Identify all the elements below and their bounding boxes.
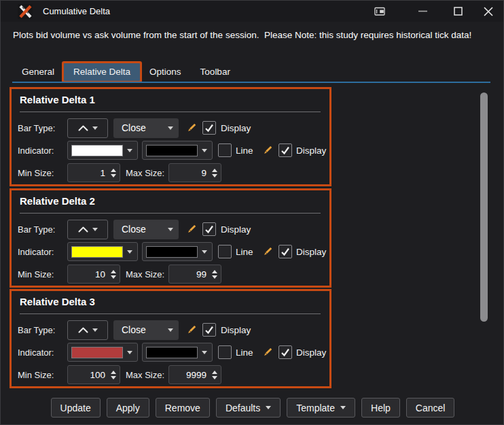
indicator-display-checkbox[interactable] [278,245,292,258]
spinner-arrows[interactable] [109,371,118,379]
spinner-arrows[interactable] [210,371,219,379]
min-size-label: Min Size: [18,168,67,178]
close-button[interactable] [478,1,499,22]
max-size-spinner [168,365,221,384]
bar-input-value: Close [122,224,146,235]
indicator-color-dropdown[interactable] [67,242,138,261]
bar-display-checkbox[interactable] [202,121,216,135]
min-size-label: Min Size: [18,370,67,380]
cancel-button[interactable]: Cancel [406,398,455,418]
indicator-color-dropdown[interactable] [67,343,138,362]
display-label: Display [296,146,326,156]
bar-style-dropdown[interactable] [67,320,108,340]
edit-pencil-icon[interactable] [262,347,273,358]
tab-relative-delta[interactable]: Relative Delta [64,63,140,81]
minimize-icon [418,10,427,12]
spinner-up-icon[interactable] [111,371,116,374]
minimize-button[interactable] [412,1,433,22]
indicator-label: Indicator: [18,146,67,156]
display-label: Display [296,347,326,358]
apply-button[interactable]: Apply [107,398,149,418]
bar-input-dropdown[interactable]: Close [113,220,179,239]
outline-color-dropdown[interactable] [142,242,213,261]
caret-shape-icon [78,125,88,131]
spinner-down-icon[interactable] [212,174,217,177]
edit-pencil-icon[interactable] [262,145,273,156]
spinner-arrows[interactable] [210,169,219,177]
max-size-input[interactable] [172,269,210,279]
outline-color-dropdown[interactable] [142,141,213,160]
button-label: Apply [116,403,140,413]
size-row: Min Size: Max Size: [18,364,327,385]
spinner-arrows[interactable] [210,270,219,279]
spinner-arrows[interactable] [109,169,118,177]
dock-window-button[interactable] [370,1,390,22]
indicator-row: Indicator: Line [18,241,327,262]
bar-input-dropdown[interactable]: Close [113,118,179,138]
spinner-down-icon[interactable] [212,275,217,279]
bar-display-checkbox[interactable] [202,323,216,337]
bar-style-dropdown[interactable] [67,220,108,239]
section-title: Relative Delta 3 [20,296,95,307]
close-icon [484,7,493,16]
chevron-down-icon [127,149,132,152]
tab-options[interactable]: Options [140,63,191,81]
max-size-label: Max Size: [126,168,168,178]
chevron-down-icon [202,149,207,152]
bar-input-dropdown[interactable]: Close [113,320,179,340]
spinner-up-icon[interactable] [111,169,116,172]
button-label: Cancel [416,403,446,413]
maximize-button[interactable] [448,1,468,22]
indicator-color-dropdown[interactable] [67,141,138,160]
display-label: Display [221,123,251,133]
edit-pencil-icon[interactable] [262,246,273,258]
spinner-down-icon[interactable] [212,376,217,379]
size-row: Min Size: Max Size: [18,264,327,284]
edit-pencil-icon[interactable] [185,224,197,235]
spinner-up-icon[interactable] [212,371,217,374]
remove-button[interactable]: Remove [156,398,210,418]
indicator-display-checkbox[interactable] [278,143,292,157]
dropdown-arrow-icon [266,406,271,409]
vertical-scrollbar-thumb[interactable] [480,92,488,322]
bar-style-dropdown[interactable] [67,118,108,138]
max-size-spinner [168,163,221,182]
template-button[interactable]: Template [287,398,355,418]
defaults-button[interactable]: Defaults [216,398,281,418]
button-label: Help [371,403,391,413]
help-button[interactable]: Help [361,398,400,418]
line-checkbox[interactable] [218,143,232,157]
line-checkbox[interactable] [218,245,232,258]
tab-toolbar[interactable]: Toolbar [191,63,240,81]
max-size-input[interactable] [172,370,210,380]
spinner-arrows[interactable] [109,270,118,279]
checkmark-icon [204,124,214,133]
indicator-display-checkbox[interactable] [278,345,292,359]
line-checkbox[interactable] [218,345,232,359]
spinner-up-icon[interactable] [212,270,217,273]
edit-pencil-icon[interactable] [185,122,197,134]
bar-input-value: Close [122,122,146,133]
tab-general[interactable]: General [12,63,64,81]
spinner-down-icon[interactable] [111,376,116,379]
button-label: Template [296,403,335,413]
indicator-label: Indicator: [18,347,67,358]
min-size-input[interactable] [71,370,109,380]
max-size-input[interactable] [172,168,210,178]
min-size-input[interactable] [71,269,109,279]
min-size-input[interactable] [71,168,109,178]
max-size-label: Max Size: [126,269,168,279]
chevron-down-icon [127,250,132,254]
spinner-up-icon[interactable] [212,169,217,172]
bar-display-checkbox[interactable] [202,222,216,236]
update-button[interactable]: Update [51,398,101,418]
edit-pencil-icon[interactable] [185,324,197,336]
outline-color-dropdown[interactable] [142,343,213,362]
spinner-up-icon[interactable] [111,270,116,273]
spinner-down-icon[interactable] [111,275,116,279]
section-relative-delta-1: Relative Delta 1 Bar Type: Close [10,87,331,186]
chevron-down-icon [92,328,98,332]
display-label: Display [296,247,326,257]
spinner-down-icon[interactable] [111,174,116,177]
checkmark-icon [281,248,290,256]
